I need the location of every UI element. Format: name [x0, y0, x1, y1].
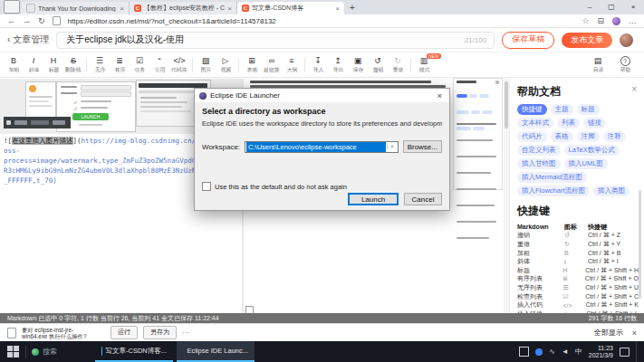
help-chip[interactable]: 主题	[551, 104, 573, 115]
bold-button[interactable]: B加粗	[4, 56, 24, 74]
ordered-list-button[interactable]: ≣有序	[110, 56, 130, 74]
browser-profile-avatar[interactable]	[612, 17, 620, 25]
heading-button[interactable]: H标题	[43, 56, 63, 74]
dialog-title: Eclipse IDE Launcher	[210, 91, 431, 100]
undo-button[interactable]: ↺撤销	[368, 56, 388, 74]
toc-button[interactable]: ▤目录	[588, 56, 608, 74]
publish-button[interactable]: 发布文章	[562, 33, 612, 48]
browser-tab-1[interactable]: Thank You for Downloading Ecl ×	[22, 2, 130, 14]
back-to-articles-link[interactable]: ‹ 文章管理	[7, 33, 49, 46]
mode-button[interactable]: ▥ 模式 NEW	[414, 56, 434, 74]
shortcut-row: 有序列表≣Ctrl / ⌘ + Shift + O	[517, 275, 639, 284]
import-button[interactable]: ↧导入	[308, 56, 328, 74]
taskbar-app-edge[interactable]: 写文章-CSDN博客...	[95, 341, 173, 362]
site-info-icon[interactable]	[53, 16, 61, 25]
collections-icon[interactable]: ⊟	[597, 16, 604, 25]
tab-close-icon[interactable]: ×	[335, 5, 340, 13]
article-title-input[interactable]	[64, 34, 459, 46]
export-button[interactable]: ↥导出	[328, 56, 348, 74]
browser-menu-icon[interactable]: …	[629, 16, 637, 25]
editor-user-avatar[interactable]	[620, 33, 633, 47]
help-chip[interactable]: 代码片	[517, 131, 547, 142]
help-chip[interactable]: 注释	[603, 131, 626, 142]
download-save-as-button[interactable]: 另存为	[143, 326, 177, 339]
image-button[interactable]: ▧图片	[196, 56, 216, 74]
workspace-combobox[interactable]: C:\Users\Lenovo\eclipse-workspace ˅	[245, 141, 399, 153]
preview-scrollbar-thumb[interactable]	[505, 81, 508, 129]
help-chip[interactable]: 插入UML图	[564, 158, 608, 169]
dialog-close-icon[interactable]: ×	[435, 91, 445, 100]
combobox-dropdown-icon[interactable]: ˅	[387, 144, 398, 149]
tab-close-icon[interactable]: ×	[227, 5, 232, 13]
help-chip[interactable]: 列表	[557, 118, 580, 129]
strikethrough-button[interactable]: S删除线	[63, 56, 83, 74]
tray-app-icon[interactable]	[535, 348, 543, 356]
quote-button[interactable]: “引用	[149, 56, 169, 74]
forward-button[interactable]: →	[23, 16, 31, 25]
tab-actions-icon[interactable]	[4, 0, 20, 14]
network-icon[interactable]: ∿	[549, 348, 555, 356]
editor-header: ‹ 文章管理 21/100 保存草稿 发布文章	[0, 28, 644, 52]
maximize-button[interactable]: ▢	[601, 0, 622, 14]
help-chip[interactable]: 链接	[583, 118, 606, 129]
outline-button[interactable]: ≡大纲	[282, 56, 302, 74]
new-tab-button[interactable]: +	[350, 3, 355, 13]
save-draft-button[interactable]: 保存草稿	[502, 32, 554, 49]
help-chip[interactable]: LaTeX数学公式	[564, 145, 620, 156]
article-title-field[interactable]: 21/100	[56, 32, 495, 49]
help-chip[interactable]: 文本样式	[517, 118, 553, 129]
code-block-button[interactable]: </>代码块	[169, 56, 189, 74]
workspace-path-value[interactable]: C:\Users\Lenovo\eclipse-workspace	[246, 142, 386, 152]
refresh-button[interactable]: ↻	[38, 16, 45, 25]
url-text[interactable]: https://editor.csdn.net/md/?not_checkout…	[68, 17, 575, 25]
launch-button[interactable]: Launch	[348, 193, 399, 205]
code-icon: </>	[562, 302, 585, 309]
redo-button[interactable]: ↻重做	[388, 56, 408, 74]
help-chip[interactable]: 插入Mermaid流程图	[517, 172, 587, 183]
help-button[interactable]: ?帮助	[615, 56, 635, 74]
help-chip[interactable]: 插入类图	[593, 186, 630, 196]
help-chip[interactable]: 标题	[577, 104, 600, 115]
tab-close-icon[interactable]: ×	[120, 5, 124, 13]
browser-tab-2[interactable]: C 【教程】eclipse安装教程 - CSDN ×	[130, 2, 237, 14]
back-button[interactable]: ←	[7, 16, 15, 25]
unordered-list-button[interactable]: ☰无序	[90, 56, 110, 74]
help-panel-close-icon[interactable]: ×	[631, 84, 637, 94]
show-desktop-button[interactable]	[636, 341, 640, 362]
hyperlink-button[interactable]: ∞超链接	[262, 56, 282, 74]
download-bar-close-icon[interactable]: ×	[632, 329, 637, 338]
notification-center-icon[interactable]	[620, 348, 630, 357]
minimize-button[interactable]: –	[579, 0, 601, 14]
download-more-icon[interactable]: ···	[182, 329, 189, 337]
default-workspace-checkbox-label[interactable]: Use this as the default and do not ask a…	[215, 183, 347, 191]
help-chip[interactable]: 表格	[551, 131, 573, 142]
help-panel-scrollbar[interactable]	[639, 190, 641, 299]
task-view-icon[interactable]	[519, 347, 529, 357]
help-chip[interactable]: 插入甘特图	[517, 158, 561, 169]
help-chip[interactable]: 插入Flowchart流程图	[517, 186, 590, 196]
download-run-button[interactable]: 运行	[111, 326, 138, 339]
workspace-label: Workspace:	[202, 143, 240, 151]
cancel-button[interactable]: Cancel	[404, 193, 442, 205]
help-chip[interactable]: 注脚	[577, 131, 600, 142]
help-chip-shortcuts[interactable]: 快捷键	[517, 104, 547, 115]
taskbar-search[interactable]: 搜索	[32, 347, 91, 357]
table-button[interactable]: ⊞表格	[242, 56, 262, 74]
dialog-title-bar[interactable]: Eclipse IDE Launcher ×	[195, 89, 449, 102]
save-button[interactable]: ▣保存	[348, 56, 368, 74]
default-workspace-checkbox[interactable]	[202, 182, 211, 191]
start-button[interactable]	[5, 345, 20, 359]
help-chip[interactable]: 自定义列表	[517, 145, 561, 156]
video-button[interactable]: ▷视频	[216, 56, 235, 74]
taskbar-clock[interactable]: 11:23 2021/3/9	[589, 345, 613, 359]
browse-button[interactable]: Browse...	[403, 140, 442, 153]
download-show-all-button[interactable]: 全部显示	[594, 328, 623, 338]
close-button[interactable]: ×	[622, 0, 644, 14]
input-language-indicator[interactable]: 中	[575, 347, 582, 357]
task-list-button[interactable]: ☑任务	[130, 56, 149, 74]
volume-icon[interactable]: ◄	[562, 348, 569, 356]
favorites-icon[interactable]: ☆	[582, 16, 589, 25]
italic-button[interactable]: I斜体	[24, 56, 43, 74]
taskbar-app-eclipse[interactable]: Eclipse IDE Launc...	[177, 341, 255, 362]
browser-tab-3-active[interactable]: C 写文章-CSDN博客 ×	[237, 2, 344, 14]
